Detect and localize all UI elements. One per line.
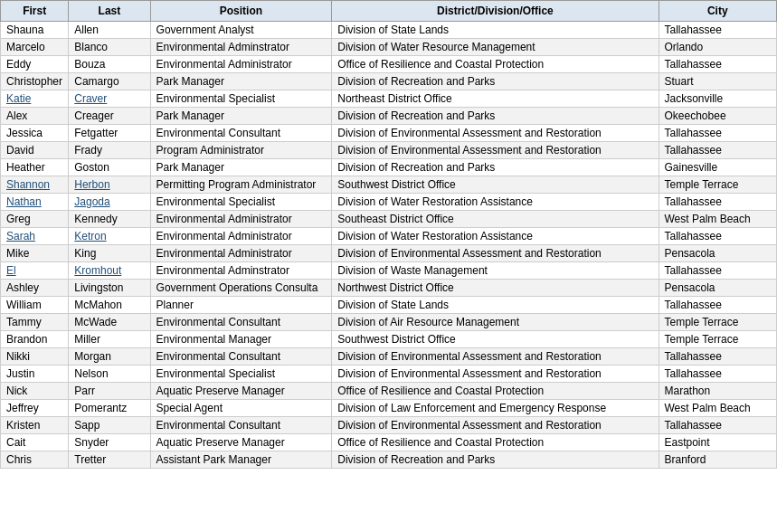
table-row: CaitSnyderAquatic Preserve ManagerOffice…: [1, 434, 777, 451]
cell-first: Chris: [1, 451, 69, 469]
cell-first: Cait: [1, 434, 69, 451]
cell-position: Environmental Adminstrator: [150, 262, 332, 280]
cell-last: Allen: [69, 22, 150, 39]
cell-first: Marcelo: [1, 39, 69, 56]
cell-last: Livingston: [69, 280, 150, 297]
table-row: JustinNelsonEnvironmental SpecialistDivi…: [1, 366, 777, 383]
cell-city: Gainesville: [659, 159, 777, 176]
table-row: JeffreyPomerantzSpecial AgentDivision of…: [1, 400, 777, 417]
table-row: ShannonHerbonPermitting Program Administ…: [1, 176, 777, 194]
cell-district: Division of Environmental Assessment and…: [332, 366, 659, 383]
cell-district: Division of Water Resource Management: [332, 39, 659, 56]
cell-district: Office of Resilience and Coastal Protect…: [332, 383, 659, 400]
cell-district: Division of Environmental Assessment and…: [332, 245, 659, 262]
cell-district: Division of Water Restoration Assistance: [332, 228, 659, 245]
col-header-position: Position: [150, 1, 332, 22]
cell-first: Greg: [1, 211, 69, 228]
cell-first: Nathan: [1, 194, 69, 211]
cell-first: Katie: [1, 90, 69, 108]
table-row: DavidFradyProgram AdministratorDivision …: [1, 142, 777, 159]
cell-first: Ashley: [1, 280, 69, 297]
cell-last: Snyder: [69, 434, 150, 451]
cell-first: Justin: [1, 366, 69, 383]
cell-district: Southwest District Office: [332, 331, 659, 348]
cell-last: Morgan: [69, 348, 150, 366]
cell-city: Tallahassee: [659, 125, 777, 142]
cell-district: Division of Environmental Assessment and…: [332, 125, 659, 142]
cell-first: David: [1, 142, 69, 159]
cell-last: Tretter: [69, 451, 150, 469]
col-header-first: First: [1, 1, 69, 22]
cell-city: Tallahassee: [659, 417, 777, 434]
cell-last: Nelson: [69, 366, 150, 383]
cell-city: Temple Terrace: [659, 176, 777, 194]
cell-last: Kromhout: [69, 262, 150, 280]
cell-district: Northwest District Office: [332, 280, 659, 297]
cell-last: King: [69, 245, 150, 262]
cell-last: Blanco: [69, 39, 150, 56]
cell-position: Program Administrator: [150, 142, 332, 159]
cell-first: El: [1, 262, 69, 280]
cell-city: Pensacola: [659, 245, 777, 262]
cell-city: Stuart: [659, 73, 777, 90]
cell-first: Brandon: [1, 331, 69, 348]
cell-district: Division of Environmental Assessment and…: [332, 142, 659, 159]
cell-district: Division of Recreation and Parks: [332, 159, 659, 176]
cell-last: Miller: [69, 331, 150, 348]
cell-district: Office of Resilience and Coastal Protect…: [332, 434, 659, 451]
table-row: KristenSappEnvironmental ConsultantDivis…: [1, 417, 777, 434]
cell-city: Tallahassee: [659, 262, 777, 280]
cell-position: Government Operations Consulta: [150, 280, 332, 297]
cell-city: Tallahassee: [659, 228, 777, 245]
col-header-last: Last: [69, 1, 150, 22]
cell-city: Tallahassee: [659, 297, 777, 314]
header-row: First Last Position District/Division/Of…: [1, 1, 777, 22]
table-row: ChristopherCamargoPark ManagerDivision o…: [1, 73, 777, 90]
table-row: BrandonMillerEnvironmental ManagerSouthw…: [1, 331, 777, 348]
cell-position: Environmental Specialist: [150, 194, 332, 211]
cell-first: Jeffrey: [1, 400, 69, 417]
cell-position: Environmental Specialist: [150, 90, 332, 108]
cell-position: Environmental Administrator: [150, 245, 332, 262]
cell-city: Branford: [659, 451, 777, 469]
table-row: MarceloBlancoEnvironmental AdminstratorD…: [1, 39, 777, 56]
cell-position: Environmental Specialist: [150, 366, 332, 383]
cell-first: Kristen: [1, 417, 69, 434]
table-row: ElKromhoutEnvironmental AdminstratorDivi…: [1, 262, 777, 280]
table-row: NikkiMorganEnvironmental ConsultantDivis…: [1, 348, 777, 366]
cell-city: Temple Terrace: [659, 314, 777, 331]
cell-city: Okeechobee: [659, 108, 777, 125]
cell-position: Permitting Program Administrator: [150, 176, 332, 194]
cell-last: Herbon: [69, 176, 150, 194]
cell-last: Craver: [69, 90, 150, 108]
cell-city: Eastpoint: [659, 434, 777, 451]
cell-last: Frady: [69, 142, 150, 159]
table-row: GregKennedyEnvironmental AdministratorSo…: [1, 211, 777, 228]
table-row: ShaunaAllenGovernment AnalystDivision of…: [1, 22, 777, 39]
cell-last: McWade: [69, 314, 150, 331]
cell-last: Parr: [69, 383, 150, 400]
cell-city: Pensacola: [659, 280, 777, 297]
table-row: WilliamMcMahonPlannerDivision of State L…: [1, 297, 777, 314]
cell-district: Office of Resilience and Coastal Protect…: [332, 56, 659, 73]
cell-position: Environmental Administrator: [150, 211, 332, 228]
cell-last: Pomerantz: [69, 400, 150, 417]
cell-city: Tallahassee: [659, 194, 777, 211]
cell-position: Environmental Consultant: [150, 417, 332, 434]
table-row: ChrisTretterAssistant Park ManagerDivisi…: [1, 451, 777, 469]
cell-first: Christopher: [1, 73, 69, 90]
cell-first: Sarah: [1, 228, 69, 245]
table-row: KatieCraverEnvironmental SpecialistNorth…: [1, 90, 777, 108]
cell-position: Special Agent: [150, 400, 332, 417]
table-row: NickParrAquatic Preserve ManagerOffice o…: [1, 383, 777, 400]
table-row: MikeKingEnvironmental AdministratorDivis…: [1, 245, 777, 262]
table-row: AshleyLivingstonGovernment Operations Co…: [1, 280, 777, 297]
cell-city: Marathon: [659, 383, 777, 400]
table-body: ShaunaAllenGovernment AnalystDivision of…: [1, 22, 777, 469]
table-row: AlexCreagerPark ManagerDivision of Recre…: [1, 108, 777, 125]
cell-city: Tallahassee: [659, 56, 777, 73]
cell-first: Eddy: [1, 56, 69, 73]
cell-position: Park Manager: [150, 108, 332, 125]
cell-district: Division of Recreation and Parks: [332, 73, 659, 90]
cell-city: Tallahassee: [659, 366, 777, 383]
